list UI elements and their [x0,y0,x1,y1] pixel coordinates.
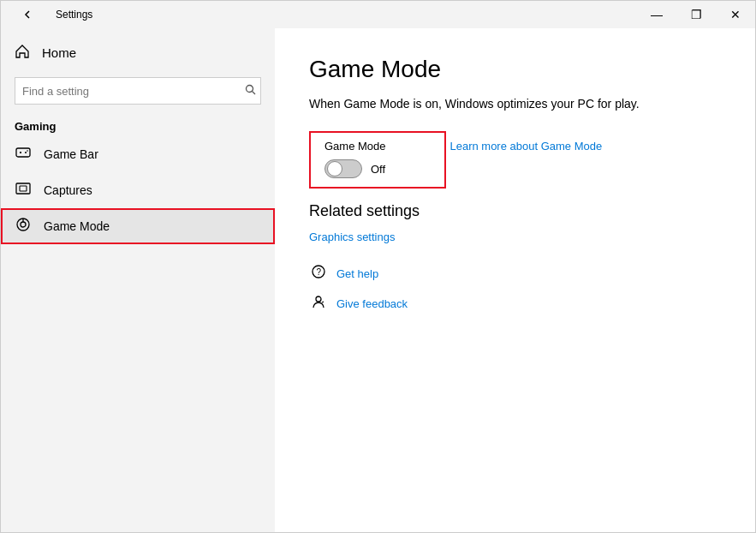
svg-point-14 [316,296,321,302]
sidebar-item-captures[interactable]: Captures [1,172,275,208]
toggle-row: Off [324,159,431,178]
get-help-icon: ? [309,264,328,284]
game-mode-toggle-box: Game Mode Off [309,131,446,189]
sidebar-home[interactable]: Home [1,35,275,70]
page-description: When Game Mode is on, Windows optimizes … [309,97,721,111]
game-bar-icon [15,145,32,164]
give-feedback-link[interactable]: Give feedback [336,297,408,310]
minimize-button[interactable]: — [637,1,676,28]
window-title: Settings [56,9,92,21]
home-icon [15,44,30,62]
svg-point-6 [27,150,28,152]
sidebar: Home Gaming [1,28,275,532]
svg-point-10 [21,222,26,227]
close-button[interactable]: ✕ [716,1,755,28]
svg-text:?: ? [317,267,322,277]
sidebar-item-label: Captures [44,183,92,197]
search-box[interactable] [15,77,261,105]
titlebar: Settings — ❐ ✕ [1,1,755,28]
svg-point-0 [247,86,253,93]
related-settings-title: Related settings [309,202,721,220]
main-content: Game Mode When Game Mode is on, Windows … [275,28,755,532]
sidebar-section-title: Gaming [1,115,275,136]
svg-line-1 [253,92,256,95]
give-feedback-icon [309,294,328,314]
page-title: Game Mode [309,56,721,83]
toggle-state: Off [371,163,385,176]
give-feedback-item[interactable]: Give feedback [309,294,721,314]
content-area: Home Gaming [1,28,755,532]
titlebar-left: Settings [8,1,92,28]
sidebar-item-label: Game Bar [44,147,98,161]
search-input[interactable] [15,77,261,105]
captures-icon [15,181,32,200]
svg-rect-8 [20,186,27,191]
get-help-link[interactable]: Get help [336,267,378,280]
graphics-settings-link[interactable]: Graphics settings [309,231,721,243]
game-mode-toggle[interactable] [324,159,362,178]
learn-more-link[interactable]: Learn more about Game Mode [449,140,602,153]
get-help-item[interactable]: ? Get help [309,264,721,284]
home-label: Home [42,45,76,60]
svg-point-5 [25,152,27,153]
settings-window: Settings — ❐ ✕ Home [0,0,756,533]
search-icon [245,84,256,98]
maximize-button[interactable]: ❐ [676,1,716,28]
svg-rect-2 [16,148,30,157]
toggle-label: Game Mode [324,140,431,153]
sidebar-item-game-mode[interactable]: Game Mode [1,208,275,244]
window-controls: — ❐ ✕ [637,1,755,28]
svg-rect-7 [16,183,30,194]
game-mode-icon [15,217,32,236]
back-button[interactable] [8,1,47,28]
toggle-knob [327,161,342,177]
sidebar-item-label: Game Mode [44,219,110,233]
sidebar-item-game-bar[interactable]: Game Bar [1,136,275,172]
